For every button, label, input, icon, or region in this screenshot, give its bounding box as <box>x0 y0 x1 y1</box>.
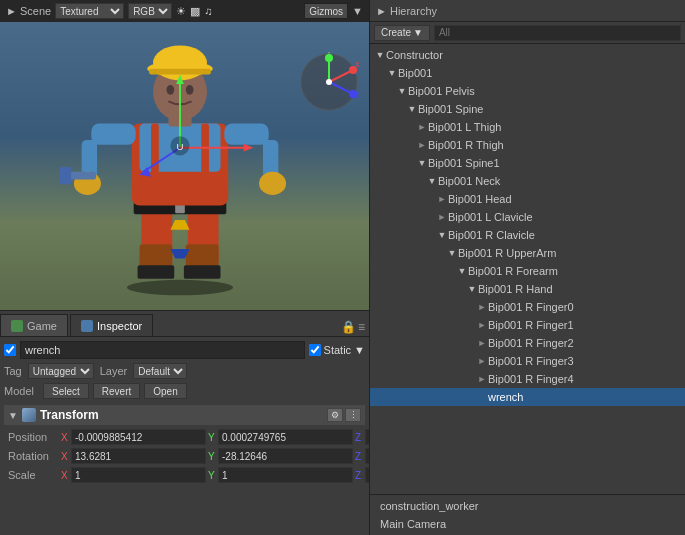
svg-rect-17 <box>59 167 71 184</box>
position-x-input[interactable] <box>71 429 206 445</box>
layer-select[interactable]: Default <box>133 363 187 379</box>
position-z-input[interactable] <box>365 429 369 445</box>
arrow-spine: ▼ <box>406 104 418 114</box>
hierarchy-header: ► Hierarchy <box>370 0 685 22</box>
static-dropdown-arrow[interactable]: ▼ <box>354 344 365 356</box>
revert-button[interactable]: Revert <box>93 383 140 399</box>
arrow-l-clavicle: ► <box>436 212 448 222</box>
tree-item-r-finger0[interactable]: ► Bip001 R Finger0 <box>370 298 685 316</box>
tree-item-l-clavicle[interactable]: ► Bip001 L Clavicle <box>370 208 685 226</box>
tree-item-bip001-pelvis[interactable]: ▼ Bip001 Pelvis <box>370 82 685 100</box>
tree-item-r-finger1[interactable]: ► Bip001 R Finger1 <box>370 316 685 334</box>
color-mode-select[interactable]: RGB <box>128 3 172 19</box>
scale-z-input[interactable] <box>365 467 369 483</box>
tree-item-r-hand[interactable]: ▼ Bip001 R Hand <box>370 280 685 298</box>
main-camera-item[interactable]: Main Camera <box>374 515 681 533</box>
scale-y-input[interactable] <box>218 467 353 483</box>
open-button[interactable]: Open <box>144 383 186 399</box>
tree-item-r-finger2[interactable]: ► Bip001 R Finger2 <box>370 334 685 352</box>
transform-more-btn[interactable]: ⋮ <box>345 408 361 422</box>
pos-x-label: X <box>61 432 71 443</box>
rotation-y-input[interactable] <box>218 448 353 464</box>
svg-rect-13 <box>91 124 135 145</box>
tree-item-constructor[interactable]: ▼ Constructor <box>370 46 685 64</box>
arrow-r-finger1: ► <box>476 320 488 330</box>
tree-item-l-thigh[interactable]: ► Bip001 L Thigh <box>370 118 685 136</box>
scene-label: ► Scene <box>6 5 51 17</box>
tree-item-r-clavicle[interactable]: ▼ Bip001 R Clavicle <box>370 226 685 244</box>
svg-text:Z: Z <box>355 92 359 99</box>
rotation-z-input[interactable] <box>365 448 369 464</box>
arrow-r-upperarm: ▼ <box>446 248 458 258</box>
audio-icon: ♫ <box>204 5 212 17</box>
tag-select[interactable]: Untagged <box>28 363 94 379</box>
svg-rect-12 <box>201 124 209 203</box>
model-row: Model Select Revert Open <box>4 383 365 399</box>
svg-point-0 <box>127 280 233 295</box>
position-row: Position X Y Z <box>4 429 365 445</box>
hierarchy-search[interactable] <box>434 25 681 41</box>
create-arrow: ▼ <box>413 27 423 38</box>
svg-point-20 <box>259 172 286 195</box>
arrow-r-clavicle: ▼ <box>436 230 448 240</box>
create-button[interactable]: Create ▼ <box>374 25 430 41</box>
inspector-icon <box>81 320 93 332</box>
scale-row: Scale X Y Z <box>4 467 365 483</box>
tab-game[interactable]: Game <box>0 314 68 336</box>
name-row: Static ▼ <box>4 341 365 359</box>
svg-text:Y: Y <box>327 52 332 56</box>
arrow-r-finger4: ► <box>476 374 488 384</box>
game-icon <box>11 320 23 332</box>
tree-item-r-forearm[interactable]: ▼ Bip001 R Forearm <box>370 262 685 280</box>
scale-x-input[interactable] <box>71 467 206 483</box>
tab-bar: Game Inspector 🔒 ≡ <box>0 311 369 337</box>
rotation-row: Rotation X Y Z <box>4 448 365 464</box>
tree-item-r-finger3[interactable]: ► Bip001 R Finger3 <box>370 352 685 370</box>
rot-y-label: Y <box>208 451 218 462</box>
svg-marker-36 <box>170 220 189 230</box>
svg-text:U: U <box>177 141 184 152</box>
character-3d: U <box>50 32 310 302</box>
tree-item-wrench[interactable]: wrench <box>370 388 685 406</box>
tree-item-r-upperarm[interactable]: ▼ Bip001 R UpperArm <box>370 244 685 262</box>
tree-item-r-finger4[interactable]: ► Bip001 R Finger4 <box>370 370 685 388</box>
tree-item-r-thigh[interactable]: ► Bip001 R Thigh <box>370 136 685 154</box>
svg-rect-6 <box>184 265 221 279</box>
svg-rect-18 <box>224 124 268 145</box>
tree-item-spine1[interactable]: ▼ Bip001 Spine1 <box>370 154 685 172</box>
inspector-panel: Static ▼ Tag Untagged Layer Default <box>0 337 369 535</box>
arrow-r-forearm: ▼ <box>456 266 468 276</box>
rot-z-label: Z <box>355 451 365 462</box>
construction-worker-item[interactable]: construction_worker <box>374 497 681 515</box>
arrow-r-hand: ▼ <box>466 284 478 294</box>
position-fields: X Y Z <box>61 429 369 445</box>
tree-item-neck[interactable]: ▼ Bip001 Neck <box>370 172 685 190</box>
tab-inspector[interactable]: Inspector <box>70 314 153 336</box>
arrow-constructor: ▼ <box>374 50 386 60</box>
object-enable-checkbox[interactable] <box>4 344 16 356</box>
svg-marker-31 <box>244 144 254 152</box>
rot-x-label: X <box>61 451 71 462</box>
tree-item-bip001[interactable]: ▼ Bip001 <box>370 64 685 82</box>
position-y-input[interactable] <box>218 429 353 445</box>
dropdown-arrow: ▼ <box>352 5 363 17</box>
lock-button[interactable]: 🔒 <box>341 320 356 334</box>
scale-y-label: Y <box>208 470 218 481</box>
pos-z-label: Z <box>355 432 365 443</box>
svg-point-23 <box>167 85 175 95</box>
arrow-r-finger0: ► <box>476 302 488 312</box>
arrow-spine1: ▼ <box>416 158 428 168</box>
tree-item-bip001-spine[interactable]: ▼ Bip001 Spine <box>370 100 685 118</box>
select-button[interactable]: Select <box>43 383 89 399</box>
rotation-x-input[interactable] <box>71 448 206 464</box>
view-mode-select[interactable]: Textured Wireframe <box>55 3 124 19</box>
transform-settings-btn[interactable]: ⚙ <box>327 408 343 422</box>
tree-item-head[interactable]: ► Bip001 Head <box>370 190 685 208</box>
tab-menu-button[interactable]: ≡ <box>358 320 365 334</box>
svg-rect-3 <box>138 265 175 279</box>
transform-arrow[interactable]: ▼ <box>8 410 18 421</box>
static-checkbox[interactable] <box>309 344 321 356</box>
object-name-input[interactable] <box>20 341 305 359</box>
arrow-r-finger2: ► <box>476 338 488 348</box>
gizmos-button[interactable]: Gizmos <box>304 3 348 19</box>
